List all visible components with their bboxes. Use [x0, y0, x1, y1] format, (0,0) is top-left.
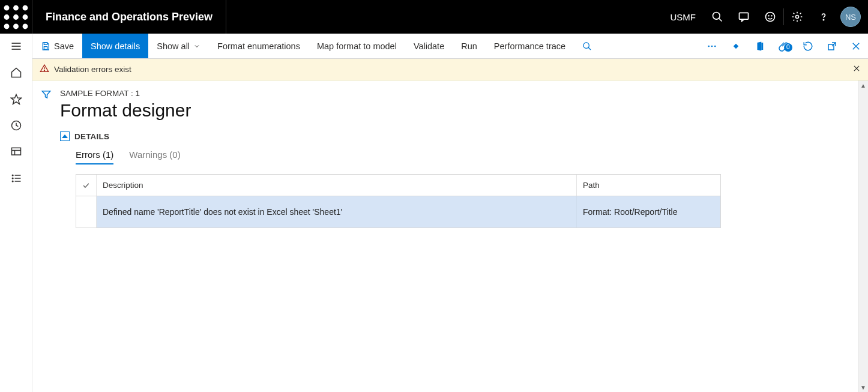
details-section-header[interactable]: DETAILS [60, 131, 861, 141]
hamburger-icon[interactable] [10, 40, 23, 53]
col-path[interactable]: Path [577, 175, 720, 196]
row-path: Format: Root/Report/Title [577, 196, 720, 228]
office-icon[interactable] [748, 41, 772, 52]
svg-point-33 [583, 43, 589, 48]
modules-icon[interactable] [10, 172, 23, 185]
row-checkbox[interactable] [76, 196, 97, 228]
home-icon[interactable] [10, 66, 23, 79]
svg-marker-49 [42, 91, 50, 98]
svg-point-29 [12, 181, 13, 182]
svg-point-3 [4, 14, 10, 20]
tab-errors[interactable]: Errors (1) [76, 149, 113, 164]
refresh-icon[interactable] [796, 41, 820, 52]
search-icon[interactable] [704, 0, 731, 34]
left-nav-rail [0, 34, 32, 392]
recent-icon[interactable] [10, 119, 23, 132]
action-bar: Save Show details Show all Format enumer… [32, 34, 868, 59]
svg-point-16 [823, 19, 824, 20]
tabs: Errors (1) Warnings (0) [60, 149, 861, 164]
svg-point-1 [13, 5, 19, 10]
workspaces-icon[interactable] [10, 145, 23, 158]
errors-grid: Description Path Defined name 'ReportTit… [76, 174, 721, 228]
svg-rect-38 [734, 43, 738, 48]
overflow-icon[interactable] [700, 41, 724, 52]
help-icon[interactable] [810, 0, 837, 34]
filter-icon[interactable] [32, 80, 60, 392]
scroll-up-icon[interactable]: ▲ [860, 80, 866, 90]
attachments-icon[interactable]: 0 [772, 41, 796, 52]
svg-rect-31 [44, 43, 47, 44]
svg-point-12 [766, 13, 775, 22]
chat-icon[interactable] [731, 0, 757, 34]
details-label: DETAILS [74, 132, 109, 141]
svg-point-6 [4, 23, 10, 29]
action-search-icon[interactable] [574, 34, 600, 58]
svg-rect-22 [11, 148, 20, 155]
tab-warnings[interactable]: Warnings (0) [129, 149, 180, 164]
svg-marker-20 [11, 95, 21, 104]
svg-point-25 [12, 175, 13, 176]
validation-message: Validation errors exist [54, 65, 131, 74]
scroll-down-icon[interactable]: ▼ [860, 382, 866, 392]
row-description: Defined name 'ReportTitle' does not exis… [97, 196, 577, 228]
save-label: Save [54, 41, 74, 51]
validation-bar: Validation errors exist [32, 59, 868, 80]
svg-point-7 [13, 23, 19, 29]
svg-point-4 [13, 14, 19, 20]
grid-header: Description Path [76, 175, 720, 196]
collapse-icon[interactable] [60, 131, 70, 141]
svg-line-10 [719, 19, 722, 22]
map-format-button[interactable]: Map format to model [309, 34, 405, 58]
svg-point-13 [768, 16, 769, 16]
svg-point-27 [12, 178, 13, 179]
app-title: Finance and Operations Preview [32, 0, 226, 34]
svg-rect-11 [740, 13, 749, 19]
warning-icon [40, 64, 49, 75]
page-title: Format designer [60, 100, 861, 121]
smiley-icon[interactable] [757, 0, 783, 34]
svg-point-9 [713, 13, 720, 20]
show-details-button[interactable]: Show details [82, 34, 148, 58]
attachment-badge: 0 [784, 43, 792, 52]
diamond-icon[interactable] [724, 41, 748, 52]
svg-point-14 [771, 16, 772, 16]
format-enumerations-button[interactable]: Format enumerations [209, 34, 309, 58]
svg-point-5 [23, 14, 28, 20]
svg-point-15 [796, 16, 799, 19]
select-all-checkbox[interactable] [76, 175, 97, 196]
gear-icon[interactable] [784, 0, 810, 34]
svg-point-8 [23, 23, 28, 29]
run-button[interactable]: Run [453, 34, 486, 58]
col-description[interactable]: Description [97, 175, 577, 196]
close-icon[interactable] [844, 41, 868, 52]
svg-point-35 [708, 45, 710, 47]
avatar[interactable]: NS [840, 7, 861, 27]
performance-trace-button[interactable]: Performance trace [486, 34, 574, 58]
star-icon[interactable] [10, 92, 23, 106]
svg-line-34 [588, 47, 591, 50]
svg-point-46 [44, 70, 44, 71]
breadcrumb: SAMPLE FORMAT : 1 [60, 89, 861, 98]
svg-point-37 [714, 45, 716, 47]
show-all-button[interactable]: Show all [148, 34, 209, 58]
svg-point-36 [711, 45, 713, 47]
vertical-scrollbar[interactable]: ▲ ▼ [858, 80, 868, 392]
validate-button[interactable]: Validate [405, 34, 453, 58]
svg-point-2 [23, 5, 28, 10]
svg-point-0 [4, 5, 10, 10]
svg-rect-32 [44, 46, 47, 49]
save-button[interactable]: Save [32, 34, 82, 58]
popout-icon[interactable] [820, 41, 844, 52]
svg-rect-39 [761, 43, 763, 50]
waffle-icon[interactable] [0, 0, 32, 34]
table-row[interactable]: Defined name 'ReportTitle' does not exis… [76, 196, 720, 228]
legal-entity[interactable]: USMF [662, 12, 705, 22]
top-header: Finance and Operations Preview USMF NS [0, 0, 868, 34]
dismiss-validation-icon[interactable] [852, 64, 861, 74]
